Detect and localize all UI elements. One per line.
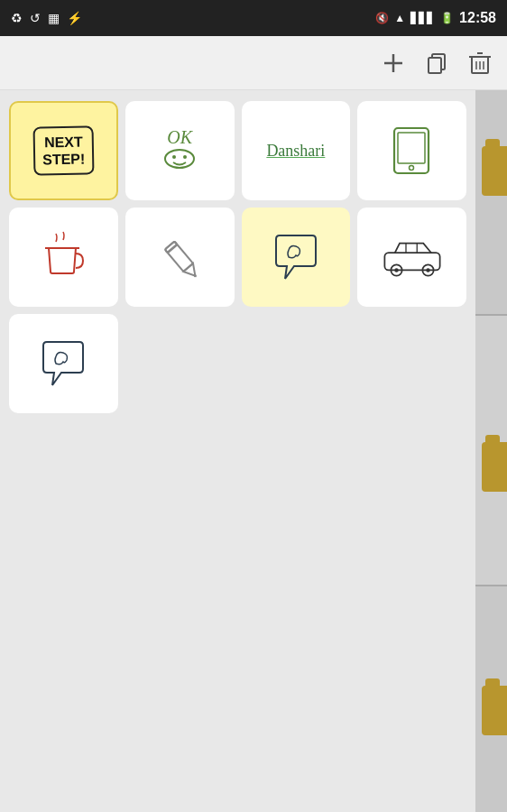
toolbar — [0, 36, 507, 90]
cup-icon — [36, 230, 90, 284]
status-bar: ♻ ↺ ▦ ⚡ 🔇 ▲ ▋▋▋ 🔋 12:58 — [0, 0, 507, 36]
svg-point-26 — [426, 268, 429, 272]
pencil-icon — [155, 233, 205, 282]
svg-point-11 — [172, 155, 176, 159]
svg-rect-3 — [429, 58, 441, 73]
danshari-text: Danshari — [266, 142, 325, 161]
copy-button[interactable] — [424, 51, 449, 76]
ok-face — [163, 148, 196, 175]
svg-rect-22 — [384, 253, 439, 270]
mute-icon: 🔇 — [375, 12, 389, 24]
tablet-icon — [385, 124, 439, 178]
sticker-danshari[interactable]: Danshari — [242, 101, 351, 200]
sticker-next-step[interactable]: NEXTSTEP! — [9, 101, 118, 200]
svg-point-14 — [409, 166, 413, 171]
svg-point-24 — [394, 268, 398, 272]
ok-text: OK — [167, 127, 192, 148]
clock: 12:58 — [459, 10, 496, 26]
speech-icon-selected — [269, 230, 323, 284]
add-button[interactable] — [381, 51, 406, 76]
sticker-grid: NEXTSTEP! OK Danshari — [0, 90, 475, 812]
folder-tab-mid[interactable] — [482, 442, 507, 492]
recycle-icon: ♻ — [11, 11, 23, 25]
next-step-text: NEXTSTEP! — [32, 125, 94, 176]
speech-icon-2 — [36, 337, 90, 391]
battery-icon: 🔋 — [440, 12, 454, 24]
sticker-ok[interactable]: OK — [125, 101, 235, 200]
delete-button[interactable] — [467, 50, 493, 77]
sticker-car[interactable] — [357, 208, 466, 307]
folder-tab-top[interactable] — [482, 146, 507, 196]
car-icon — [381, 235, 444, 280]
folder-tab-bot[interactable] — [482, 686, 507, 735]
main-area: NEXTSTEP! OK Danshari — [0, 90, 507, 812]
sync-icon: ↺ — [30, 11, 41, 25]
file-icon: ▦ — [48, 11, 60, 25]
svg-rect-20 — [164, 241, 177, 253]
wifi-icon: ▲ — [394, 12, 405, 24]
status-icons-left: ♻ ↺ ▦ ⚡ — [11, 11, 82, 25]
signal-icon: ▋▋▋ — [410, 12, 435, 24]
ok-content: OK — [163, 127, 196, 175]
sticker-pencil[interactable] — [125, 208, 235, 307]
sticker-cup[interactable] — [9, 208, 118, 307]
sticker-tablet[interactable] — [357, 101, 466, 200]
sticker-speech-selected[interactable] — [242, 208, 351, 307]
sidebar — [475, 90, 507, 812]
sticker-speech2[interactable] — [9, 314, 118, 413]
bolt-icon: ⚡ — [67, 11, 82, 25]
status-icons-right: 🔇 ▲ ▋▋▋ 🔋 12:58 — [375, 10, 496, 26]
svg-rect-13 — [394, 128, 429, 173]
svg-rect-15 — [398, 133, 425, 163]
svg-point-12 — [183, 155, 187, 159]
svg-marker-18 — [183, 263, 199, 279]
